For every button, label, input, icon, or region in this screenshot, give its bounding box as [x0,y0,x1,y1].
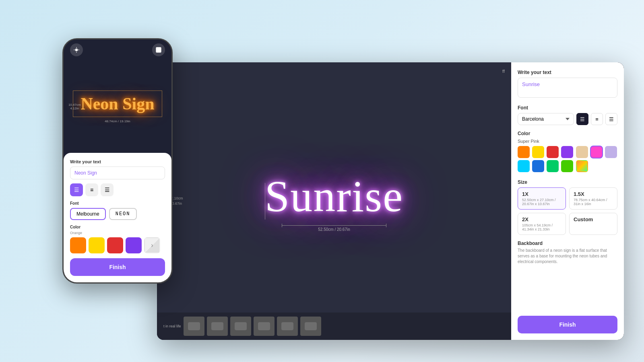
phone-color-purple[interactable] [126,237,142,253]
phone-font-label: Font [70,201,165,206]
color-cyan[interactable] [518,160,530,172]
thumb-2[interactable] [207,317,228,336]
phone-finish-button[interactable]: Finish [70,258,165,276]
color-purple[interactable] [561,146,573,158]
color-red[interactable] [547,146,559,158]
phone-color-yellow[interactable] [89,237,105,253]
thumb-6[interactable] [300,317,321,336]
svg-point-6 [157,49,158,49]
phone-font-neon[interactable]: NEON [109,208,137,220]
size-custom-label: Custom [574,216,613,222]
sidebar-font-section: Font Barcelona Melbourne NEON ☰ ≡ ☰ [518,105,617,125]
color-yellow[interactable] [532,146,544,158]
thumb-1[interactable] [184,317,204,336]
sidebar-color-grid [518,146,617,172]
phone-frame: 10.47cm 4.12in Neon Sign 48.74cm / 19.19… [62,38,173,284]
thumb-3[interactable] [230,317,251,336]
sidebar-font-select[interactable]: Barcelona Melbourne NEON [518,113,574,125]
sidebar-text-input[interactable]: Sunrise [518,78,617,98]
sidebar-finish-button[interactable]: Finish [518,316,617,333]
thumbnail-strip: t in real life [157,313,511,340]
size-1x-label: 1X [522,191,561,197]
color-pink[interactable] [590,146,603,158]
sidebar-font-row: Barcelona Melbourne NEON ☰ ≡ ☰ [518,113,617,125]
phone-align-center-button[interactable]: ≡ [85,183,98,196]
thumb-5[interactable] [277,317,298,336]
size-1-5x-label: 1.5X [574,191,613,197]
phone-form: Write your text ☰ ≡ ☰ Font Melbourne NEO… [64,153,171,282]
phone-image-button[interactable] [152,43,165,56]
backboard-desc: The backboard of a neon sign is a flat s… [518,248,617,265]
phone-font-options: Melbourne NEON [70,208,165,220]
phone-mockup: 10.47cm 4.12in Neon Sign 48.74cm / 19.19… [62,38,173,284]
color-gradient[interactable] [576,160,588,172]
phone-font-melbourne[interactable]: Melbourne [70,208,106,220]
sidebar-backboard-section: Backboard The backboard of a neon sign i… [518,241,617,265]
canvas-neon-text: Sunrise [265,171,403,222]
sidebar-size-grid: 1X 52.50cm x 27.10cm / 20.67in x 10.67in… [518,187,617,235]
phone-write-label: Write your text [70,159,165,164]
color-blue[interactable] [532,160,544,172]
thumbnail-label: t in real life [163,324,181,328]
sidebar-write-section: Write your text Sunrise [518,70,617,99]
phone-color-row: › [70,237,165,253]
sidebar-size-section: Size 1X 52.50cm x 27.10cm / 20.67in x 10… [518,179,617,235]
sidebar-size-label: Size [518,179,617,185]
phone-color-more[interactable]: › [144,237,160,253]
phone-toolbar [64,39,171,60]
svg-point-0 [75,49,78,51]
phone-align-right-button[interactable]: ☰ [101,183,114,196]
phone-align-group: ☰ ≡ ☰ [70,183,165,196]
sidebar-color-label: Color [518,131,617,136]
phone-dim-left: 10.47cm 4.12in [68,103,81,110]
sidebar-color-name: Super Pink [518,139,617,144]
canvas-dim-bottom: 52.50cm / 20.67in [318,227,350,232]
phone-dim-bottom: 48.74cm / 19.19in [105,119,130,123]
size-1x[interactable]: 1X 52.50cm x 27.10cm / 20.67in x 10.67in [518,187,566,210]
color-green[interactable] [547,160,559,172]
size-1x-detail: 52.50cm x 27.10cm / 20.67in x 10.67in [522,198,561,206]
color-lime[interactable] [561,160,573,172]
size-1-5x-detail: 78.75cm x 40.64cm / 31in x 16in [574,198,613,206]
size-2x-detail: 105cm x 54.19cm / 41.34in x 21.33in [522,223,561,231]
backboard-title: Backboard [518,241,617,246]
phone-color-orange[interactable] [70,237,86,253]
desktop-canvas: ff 27.10cm 10.67in Sunrise 52.50cm / 20.… [157,62,511,340]
phone-align-left-button[interactable]: ☰ [70,183,83,196]
thumb-4[interactable] [254,317,275,336]
sidebar-align-left-button[interactable]: ☰ [576,113,588,125]
color-tan[interactable] [576,146,588,158]
desktop-sidebar: Write your text Sunrise Font Barcelona M… [511,62,624,340]
color-lavender[interactable] [605,146,617,158]
phone-text-input[interactable] [70,167,165,179]
size-2x-label: 2X [522,216,561,222]
phone-neon-text: Neon Sign [73,90,162,117]
phone-sun-button[interactable] [70,43,83,56]
size-1-5x[interactable]: 1.5X 78.75cm x 40.64cm / 31in x 16in [569,187,617,210]
color-orange[interactable] [518,146,530,158]
canvas-tag: ff [502,69,505,74]
phone-color-red[interactable] [107,237,123,253]
sidebar-align-right-button[interactable]: ☰ [605,113,617,125]
phone-preview: 10.47cm 4.12in Neon Sign 48.74cm / 19.19… [64,60,171,153]
sidebar-color-section: Color Super Pink [518,131,617,174]
sidebar-align-center-button[interactable]: ≡ [591,113,603,125]
size-2x[interactable]: 2X 105cm x 54.19cm / 41.34in x 21.33in [518,213,566,235]
sidebar-write-label: Write your text [518,70,617,75]
phone-color-label: Color [70,225,165,229]
phone-color-sublabel: Orange [70,231,165,235]
desktop-panel: ff 27.10cm 10.67in Sunrise 52.50cm / 20.… [157,62,624,340]
sidebar-font-label: Font [518,105,617,111]
size-custom[interactable]: Custom [569,213,617,235]
